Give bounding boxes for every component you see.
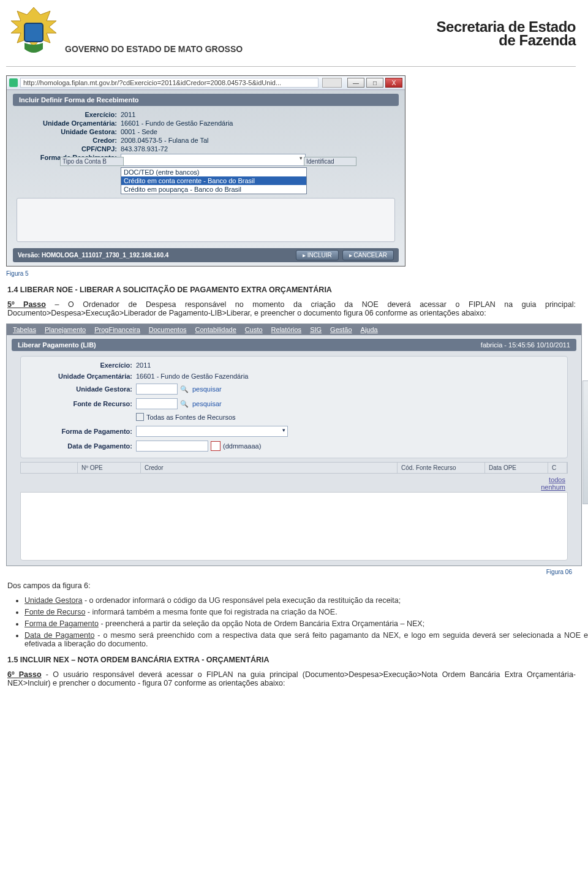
- results-panel: [17, 198, 395, 242]
- sefaz-logo: Secretaria de Estado de Fazenda: [437, 18, 576, 49]
- tipo-conta-header: Tipo da Conta B: [60, 157, 124, 166]
- lib-data-hint: (ddmmaaaa): [223, 442, 261, 450]
- col-data-ope: Data OPE: [485, 463, 548, 473]
- maximize-button[interactable]: □: [366, 78, 383, 88]
- close-button[interactable]: X: [385, 78, 402, 88]
- search-icon[interactable]: 🔍: [180, 400, 189, 408]
- credor-label: Credor:: [19, 137, 121, 144]
- menu-progfinanceira[interactable]: ProgFinanceira: [94, 326, 140, 333]
- dialog-footer: Versão: HOMOLOGA_111017_1730_1_192.168.1…: [13, 248, 399, 262]
- passo5-paragraph: 5º Passo – O Ordenador de Despesa respon…: [7, 300, 576, 317]
- figure6-caption: Figura 06: [0, 569, 572, 575]
- lib-fonte-label: Fonte de Recurso:: [28, 400, 136, 407]
- lib-fonte-pesquisar[interactable]: pesquisar: [192, 400, 222, 407]
- col-cod-fonte: Cód. Fonte Recurso: [398, 463, 485, 473]
- lib-data-label: Data de Pagamento:: [28, 442, 136, 450]
- fiplan-screenshot: Tabelas Planejamento ProgFinanceira Docu…: [6, 323, 582, 566]
- identificad-header: Identificad: [304, 157, 356, 166]
- dropdown-option[interactable]: Crédito em poupança - Banco do Brasil: [121, 185, 306, 194]
- menu-custo[interactable]: Custo: [245, 326, 263, 333]
- svg-rect-0: [24, 23, 43, 42]
- bullet-ug: Unidade Gestora - o ordenador informará …: [24, 596, 588, 605]
- select-links: todos nenhum: [7, 476, 565, 491]
- credor-value: 2008.04573-5 - Fulana de Tal: [121, 137, 209, 144]
- grid-header: Nº OPE Credor Cód. Fonte Recurso Data OP…: [20, 462, 568, 474]
- ug-value: 0001 - Sede: [121, 128, 157, 135]
- lib-ug-label: Unidade Gestora:: [28, 385, 136, 393]
- passo6-text: - O usuário responsável deverá acessar o…: [7, 670, 576, 687]
- lib-fonte-input[interactable]: [136, 398, 178, 409]
- header-rule: [6, 66, 576, 67]
- passo6-label: 6º Passo: [7, 670, 42, 679]
- link-nenhum[interactable]: nenhum: [7, 483, 565, 491]
- exercicio-value: 2011: [121, 111, 135, 118]
- todas-fontes-label: Todas as Fontes de Recursos: [146, 414, 236, 421]
- dialog-body: Incluir Definir Forma de Recebimento Exe…: [7, 90, 405, 266]
- cancelar-button[interactable]: ▸ CANCELAR: [342, 250, 394, 260]
- lib-uo-value: 16601 - Fundo de Gestão Fazendária: [136, 373, 248, 380]
- minimize-button[interactable]: —: [347, 78, 364, 88]
- ie-window: http://homologa.fiplan.mt.gov.br/?cdExer…: [6, 75, 405, 267]
- menu-ajuda[interactable]: Ajuda: [361, 326, 378, 333]
- lib-ug-input[interactable]: [136, 384, 178, 395]
- col-credor: Credor: [141, 463, 398, 473]
- link-todos[interactable]: todos: [7, 476, 565, 483]
- gov-title: GOVERNO DO ESTADO DE MATO GROSSO: [65, 44, 243, 54]
- menu-contabilidade[interactable]: Contabilidade: [195, 326, 236, 333]
- lib-ex-label: Exercício:: [28, 361, 136, 369]
- exercicio-label: Exercício:: [19, 111, 121, 118]
- fiplan-title-bar: Liberar Pagamento (LIB) fabricia - 15:45…: [12, 339, 576, 351]
- dialog-title: Incluir Definir Forma de Recebimento: [13, 94, 399, 106]
- uo-label: Unidade Orçamentária:: [19, 119, 121, 127]
- section-1-5-heading: 1.5 INCLUIR NEX – NOTA ORDEM BANCÁRIA EX…: [7, 656, 576, 664]
- lib-ex-value: 2011: [136, 361, 151, 369]
- figure5-caption: Figura 5: [6, 270, 588, 277]
- window-buttons: — □ X: [345, 78, 402, 88]
- menu-gestao[interactable]: Gestão: [330, 326, 352, 333]
- lib-data-input[interactable]: [136, 441, 208, 452]
- ug-label: Unidade Gestora:: [19, 128, 121, 135]
- lib-uo-label: Unidade Orçamentária:: [28, 373, 136, 380]
- search-icon[interactable]: 🔍: [180, 385, 189, 393]
- lib-forma-select[interactable]: ▾: [136, 426, 288, 437]
- col-nope: Nº OPE: [78, 463, 141, 473]
- scrollbar-icon[interactable]: [582, 380, 588, 504]
- bullet-forma: Forma de Pagamento - preencherá a partir…: [24, 619, 588, 628]
- passo5-label: 5º Passo: [7, 300, 46, 309]
- dropdown-option-selected[interactable]: Crédito em conta corrente - Banco do Bra…: [121, 176, 306, 185]
- forma-receb-select[interactable]: [121, 154, 306, 166]
- calendar-icon[interactable]: [211, 441, 221, 451]
- menu-relatorios[interactable]: Relatórios: [271, 326, 302, 333]
- passo5-text: – O Ordenador de Despesa responsável no …: [7, 300, 576, 317]
- uo-value: 16601 - Fundo de Gestão Fazendária: [121, 119, 233, 127]
- forma-receb-dropdown[interactable]: Tipo da Conta B Identificad DOC/TED (ent…: [121, 167, 307, 194]
- ie-favicon-icon: [9, 78, 18, 87]
- passo6-paragraph: 6º Passo - O usuário responsável deverá …: [7, 670, 576, 687]
- cpf-value: 843.378.931-72: [121, 145, 168, 153]
- version-label: Versão: HOMOLOGA_111017_1730_1_192.168.1…: [18, 252, 168, 259]
- ie-titlebar: http://homologa.fiplan.mt.gov.br/?cdExer…: [7, 76, 405, 90]
- menu-tabelas[interactable]: Tabelas: [13, 326, 36, 333]
- dropdown-option[interactable]: DOC/TED (entre bancos): [121, 168, 306, 176]
- menu-planejamento[interactable]: Planejamento: [45, 326, 86, 333]
- section-1-4-heading: 1.4 LIBERAR NOE - LIBERAR A SOLICITAÇÃO …: [7, 286, 576, 294]
- fields-bullets: Unidade Gestora - o ordenador informará …: [0, 596, 588, 648]
- fiplan-timestamp: fabricia - 15:45:56 10/10/2011: [481, 341, 570, 349]
- page-header: GOVERNO DO ESTADO DE MATO GROSSO Secreta…: [0, 0, 588, 65]
- address-bar[interactable]: http://homologa.fiplan.mt.gov.br/?cdExer…: [20, 78, 318, 88]
- lib-form: Exercício:2011 Unidade Orçamentária:1660…: [20, 356, 568, 458]
- incluir-button[interactable]: ▸ INCLUIR: [296, 250, 339, 260]
- fiplan-title: Liberar Pagamento (LIB): [18, 341, 96, 349]
- tab-thumb-icon[interactable]: [322, 78, 342, 88]
- bullet-fonte: Fonte de Recurso - informará também a me…: [24, 608, 588, 616]
- lib-forma-label: Forma de Pagamento:: [28, 428, 136, 435]
- cpf-label: CPF/CNPJ:: [19, 145, 121, 153]
- coat-of-arms-icon: [6, 6, 61, 61]
- campos-intro: Dos campos da figura 6:: [7, 581, 576, 590]
- grid-body: [20, 492, 568, 561]
- todas-fontes-checkbox[interactable]: [136, 413, 144, 421]
- lib-ug-pesquisar[interactable]: pesquisar: [192, 385, 222, 393]
- menu-documentos[interactable]: Documentos: [149, 326, 187, 333]
- menu-sig[interactable]: SIG: [310, 326, 322, 333]
- bullet-data: Data de Pagamento - o mesmo será preench…: [24, 631, 588, 648]
